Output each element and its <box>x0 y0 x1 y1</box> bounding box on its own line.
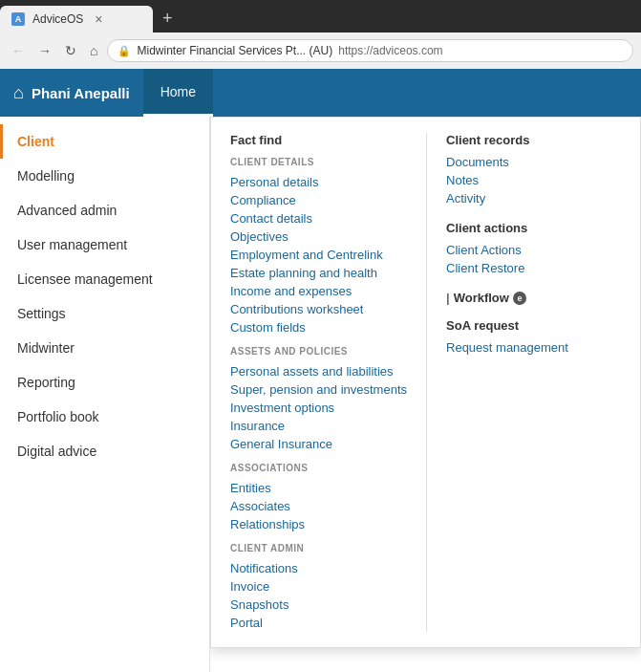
menu-link-investment[interactable]: Investment options <box>230 399 407 417</box>
address-site: Midwinter Financial Services Pt... (AU) <box>137 44 332 57</box>
dropdown-menu: Fact find CLIENT DETAILS Personal detail… <box>210 117 641 648</box>
workflow-icon: e <box>513 292 526 305</box>
dropdown-col-factfind: Fact find CLIENT DETAILS Personal detail… <box>211 133 426 632</box>
tab-title: AdviceOS <box>32 12 83 26</box>
home-button[interactable]: ⌂ <box>86 41 101 60</box>
menu-link-insurance[interactable]: Insurance <box>230 417 407 435</box>
new-tab-button[interactable]: + <box>153 5 182 33</box>
address-url: https://adviceos.com <box>338 44 442 57</box>
menu-link-custom-fields[interactable]: Custom fields <box>230 318 407 336</box>
menu-link-client-actions[interactable]: Client Actions <box>446 241 598 259</box>
menu-link-objectives[interactable]: Objectives <box>230 228 407 246</box>
menu-link-super[interactable]: Super, pension and investments <box>230 380 407 399</box>
client-admin-heading: CLIENT ADMIN <box>230 543 407 553</box>
menu-link-documents[interactable]: Documents <box>446 153 598 171</box>
menu-link-personal-details[interactable]: Personal details <box>230 173 407 191</box>
client-details-heading: CLIENT DETAILS <box>230 157 407 167</box>
menu-link-contributions[interactable]: Contributions worksheet <box>230 300 407 318</box>
browser-chrome: A AdviceOS × + ← → ↻ ⌂ 🔒 Midwinter Finan… <box>0 0 641 69</box>
soa-title: SoA request <box>446 318 598 333</box>
home-icon-area[interactable]: ⌂ Phani Anepalli <box>0 69 143 117</box>
user-name: Phani Anepalli <box>32 85 130 101</box>
menu-link-activity[interactable]: Activity <box>446 189 598 207</box>
client-actions-title: Client actions <box>446 221 598 235</box>
menu-link-employment[interactable]: Employment and Centrelink <box>230 246 407 264</box>
top-nav: ⌂ Phani Anepalli Home <box>0 69 641 117</box>
sidebar-item-licensee-management[interactable]: Licensee management <box>0 262 209 296</box>
refresh-button[interactable]: ↻ <box>61 41 80 60</box>
assets-policies-heading: ASSETS AND POLICIES <box>230 346 407 357</box>
fact-find-title: Fact find <box>230 133 407 147</box>
menu-link-estate[interactable]: Estate planning and health <box>230 264 407 282</box>
app-container: ⌂ Phani Anepalli Home Client Modelling A… <box>0 69 641 672</box>
sidebar-item-advanced-admin[interactable]: Advanced admin <box>0 193 209 228</box>
address-bar-row: ← → ↻ ⌂ 🔒 Midwinter Financial Services P… <box>0 33 641 69</box>
client-records-title: Client records <box>446 133 598 147</box>
menu-link-compliance[interactable]: Compliance <box>230 191 407 209</box>
menu-link-personal-assets[interactable]: Personal assets and liabilities <box>230 362 407 380</box>
home-icon: ⌂ <box>13 83 24 103</box>
associations-heading: ASSOCIATIONS <box>230 463 407 473</box>
forward-button[interactable]: → <box>34 41 55 60</box>
tab-bar: A AdviceOS × + <box>0 0 641 33</box>
menu-link-notes[interactable]: Notes <box>446 171 598 189</box>
menu-link-entities[interactable]: Entities <box>230 479 407 497</box>
tab-close-button[interactable]: × <box>95 11 102 27</box>
sidebar-item-reporting[interactable]: Reporting <box>0 365 209 400</box>
menu-link-snapshots[interactable]: Snapshots <box>230 596 407 614</box>
nav-link-home[interactable]: Home <box>143 69 213 117</box>
main-layout: Client Modelling Advanced admin User man… <box>0 117 641 672</box>
dropdown-col-client-records: Client records Documents Notes Activity … <box>426 133 617 632</box>
sidebar-item-modelling[interactable]: Modelling <box>0 159 209 193</box>
menu-link-general-insurance[interactable]: General Insurance <box>230 435 407 453</box>
secure-icon: 🔒 <box>118 45 131 57</box>
menu-link-income[interactable]: Income and expenses <box>230 282 407 300</box>
menu-link-associates[interactable]: Associates <box>230 497 407 515</box>
sidebar-item-client[interactable]: Client <box>0 124 209 159</box>
workflow-label-text: Workflow <box>454 291 509 305</box>
menu-link-portal[interactable]: Portal <box>230 614 407 632</box>
menu-link-contact-details[interactable]: Contact details <box>230 209 407 228</box>
menu-link-relationships[interactable]: Relationships <box>230 515 407 533</box>
menu-link-notifications[interactable]: Notifications <box>230 559 407 577</box>
workflow-section: | Workflow e <box>446 291 598 305</box>
menu-link-client-restore[interactable]: Client Restore <box>446 259 598 277</box>
address-bar[interactable]: 🔒 Midwinter Financial Services Pt... (AU… <box>107 39 633 62</box>
menu-link-invoice[interactable]: Invoice <box>230 577 407 596</box>
sidebar-item-midwinter[interactable]: Midwinter <box>0 331 209 365</box>
sidebar-item-digital-advice[interactable]: Digital advice <box>0 434 209 468</box>
menu-link-request-management[interactable]: Request management <box>446 338 598 357</box>
sidebar-item-settings[interactable]: Settings <box>0 296 209 331</box>
nav-links: Home <box>143 69 213 117</box>
sidebar-item-user-management[interactable]: User management <box>0 228 209 262</box>
sidebar-item-portfolio-book[interactable]: Portfolio book <box>0 400 209 434</box>
dropdown-overlay: Fact find CLIENT DETAILS Personal detail… <box>210 117 641 672</box>
tab-favicon: A <box>11 12 25 26</box>
back-button[interactable]: ← <box>8 41 29 60</box>
browser-tab[interactable]: A AdviceOS × <box>0 6 153 33</box>
sidebar: Client Modelling Advanced admin User man… <box>0 117 210 672</box>
